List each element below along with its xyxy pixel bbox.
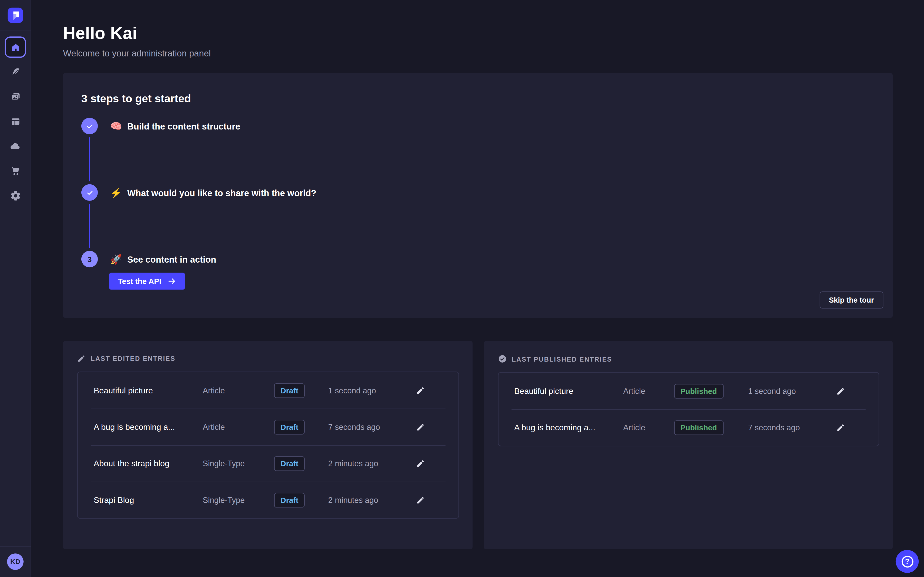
test-api-label: Test the API: [118, 277, 161, 285]
sidebar-item-home[interactable]: [5, 36, 26, 58]
onboarding-title: 3 steps to get started: [81, 92, 893, 105]
last-edited-table: Beautiful picture Article Draft 1 second…: [77, 372, 459, 519]
check-circle-icon: [498, 355, 506, 363]
home-icon: [10, 42, 20, 52]
entry-updated-time: 2 minutes ago: [328, 495, 416, 504]
edit-entry-button[interactable]: [416, 422, 425, 431]
user-avatar[interactable]: KD: [7, 553, 24, 570]
step-3-number-circle: 3: [81, 251, 98, 267]
sidebar-item-media-library[interactable]: [5, 86, 26, 107]
step-3-label: See content in action: [127, 254, 216, 264]
status-badge: Published: [674, 384, 723, 398]
entry-updated-time: 7 seconds ago: [748, 423, 836, 432]
edit-entry-button[interactable]: [416, 386, 425, 395]
step-1-label: Build the content structure: [127, 121, 240, 131]
onboarding-card: 3 steps to get started 🧠 Build the conte…: [63, 73, 893, 318]
last-published-title: LAST PUBLISHED ENTRIES: [512, 355, 612, 363]
entry-tables: LAST EDITED ENTRIES Beautiful picture Ar…: [63, 341, 893, 549]
sidebar-divider: [0, 31, 31, 31]
entry-kind: Single-Type: [203, 495, 274, 504]
layout-panels-icon: [10, 116, 21, 127]
step-1: 🧠 Build the content structure: [81, 118, 893, 134]
pencil-icon: [416, 386, 425, 395]
entry-title: A bug is becoming a...: [94, 422, 203, 432]
pencil-icon: [836, 423, 845, 432]
brain-emoji-icon: 🧠: [110, 121, 122, 132]
status-badge: Draft: [274, 456, 305, 471]
sidebar-footer-divider: [0, 546, 31, 547]
entry-kind: Article: [623, 387, 674, 395]
entry-status-cell: Draft: [274, 456, 328, 471]
last-published-table: Beautiful picture Article Published 1 se…: [498, 372, 879, 446]
sidebar: KD: [0, 0, 31, 577]
table-row: Beautiful picture Article Published 1 se…: [498, 372, 879, 409]
strapi-logo-icon: [8, 8, 23, 23]
entry-status-cell: Draft: [274, 383, 328, 398]
cloud-icon: [10, 140, 21, 152]
entry-title: Strapi Blog: [94, 495, 203, 504]
entry-title: Beautiful picture: [514, 386, 623, 396]
edit-entry-button[interactable]: [836, 387, 845, 395]
step-1-label-wrap: 🧠 Build the content structure: [110, 121, 240, 132]
sidebar-item-settings[interactable]: [5, 185, 26, 206]
strapi-logo[interactable]: [8, 8, 23, 23]
entry-title: About the strapi blog: [94, 459, 203, 468]
step-connector: [89, 204, 90, 248]
rocket-emoji-icon: 🚀: [110, 253, 122, 265]
media-library-icon: [10, 91, 21, 102]
edit-entry-button[interactable]: [416, 459, 425, 468]
step-2: ⚡ What would you like to share with the …: [81, 184, 893, 201]
table-row: Strapi Blog Single-Type Draft 2 minutes …: [78, 482, 458, 518]
strapi-admin-app: KD Hello Kai Welcome to your administrat…: [0, 0, 924, 577]
check-icon: [86, 122, 94, 130]
sidebar-item-content-type-builder[interactable]: [5, 111, 26, 132]
entry-status-cell: Published: [674, 420, 748, 435]
skip-tour-button[interactable]: Skip the tour: [819, 291, 884, 308]
page-title: Hello Kai: [63, 24, 893, 43]
sidebar-footer: KD: [0, 546, 31, 577]
arrow-right-icon: [167, 277, 176, 285]
page-subtitle: Welcome to your administration panel: [63, 48, 893, 58]
entry-kind: Single-Type: [203, 459, 274, 468]
entry-title: Beautiful picture: [94, 386, 203, 395]
pencil-icon: [836, 387, 845, 395]
sidebar-item-marketplace[interactable]: [5, 160, 26, 181]
cta-row: Test the API: [109, 272, 893, 290]
last-edited-card: LAST EDITED ENTRIES Beautiful picture Ar…: [63, 341, 473, 549]
pencil-icon: [416, 422, 425, 431]
step-1-check-circle: [81, 118, 98, 134]
sidebar-item-cloud[interactable]: [5, 135, 26, 157]
step-3: 3 🚀 See content in action: [81, 251, 893, 267]
question-mark-icon: ?: [901, 556, 913, 567]
status-badge: Published: [674, 420, 723, 435]
status-badge: Draft: [274, 383, 305, 398]
entry-updated-time: 2 minutes ago: [328, 459, 416, 468]
entry-status-cell: Published: [674, 384, 748, 398]
last-published-header: LAST PUBLISHED ENTRIES: [498, 355, 879, 363]
step-3-number: 3: [87, 255, 92, 263]
status-badge: Draft: [274, 493, 305, 507]
entry-kind: Article: [203, 386, 274, 395]
step-2-label-wrap: ⚡ What would you like to share with the …: [110, 187, 316, 198]
table-row: A bug is becoming a... Article Published…: [498, 409, 879, 446]
pencil-icon: [416, 495, 425, 504]
edit-entry-button[interactable]: [416, 495, 425, 504]
pencil-icon: [416, 459, 425, 468]
test-api-button[interactable]: Test the API: [109, 272, 185, 290]
last-edited-header: LAST EDITED ENTRIES: [77, 355, 459, 363]
table-row: A bug is becoming a... Article Draft 7 s…: [78, 408, 458, 445]
step-3-label-wrap: 🚀 See content in action: [110, 253, 216, 265]
table-row: Beautiful picture Article Draft 1 second…: [78, 372, 458, 408]
help-button[interactable]: ?: [896, 550, 919, 573]
sidebar-nav: [5, 36, 26, 206]
feather-pen-icon: [10, 66, 21, 77]
entry-kind: Article: [203, 422, 274, 431]
main-content: Hello Kai Welcome to your administration…: [31, 0, 924, 577]
pencil-icon: [77, 355, 86, 363]
edit-entry-button[interactable]: [836, 423, 845, 432]
entry-kind: Article: [623, 423, 674, 432]
sidebar-item-content-manager[interactable]: [5, 61, 26, 82]
entry-updated-time: 1 second ago: [748, 387, 836, 395]
status-badge: Draft: [274, 419, 305, 434]
entry-updated-time: 1 second ago: [328, 386, 416, 395]
